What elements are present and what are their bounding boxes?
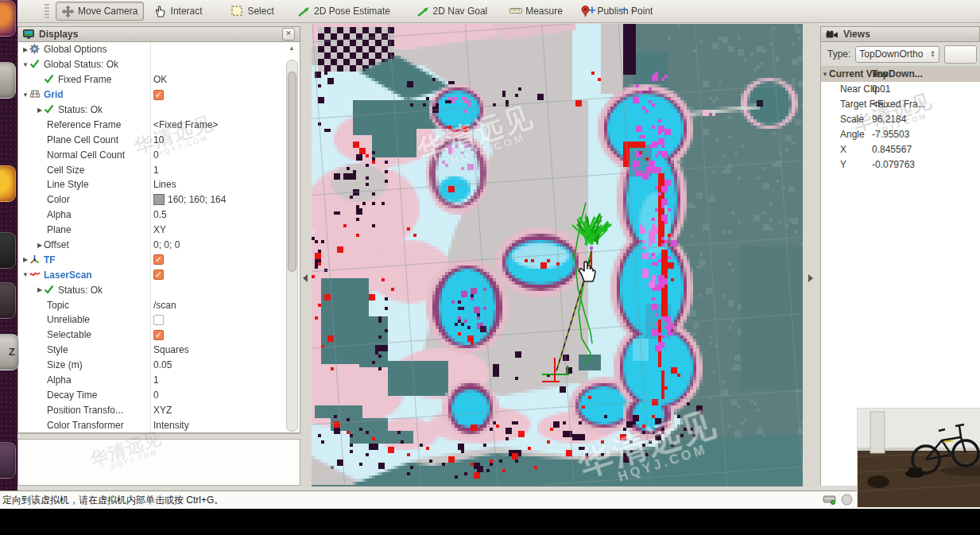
- measure-button[interactable]: Measure: [503, 2, 569, 21]
- files-icon[interactable]: [0, 62, 16, 99]
- unity-launcher[interactable]: Z: [0, 0, 17, 490]
- property-value[interactable]: 0: [153, 390, 159, 401]
- chevron-down-icon[interactable]: ▼: [21, 91, 29, 99]
- right-splitter-strip[interactable]: [803, 24, 820, 487]
- scrollbar-thumb[interactable]: [288, 72, 296, 272]
- z-app-icon[interactable]: Z: [0, 334, 19, 370]
- view-property-row[interactable]: Target Fra...<Fixed Fra...: [821, 97, 980, 112]
- view-property-value[interactable]: 0.845567: [872, 144, 912, 155]
- display-row[interactable]: Color TransformerIntensity: [18, 417, 300, 432]
- display-row[interactable]: ▶Global Options: [18, 42, 300, 57]
- checkbox-unchecked-icon[interactable]: [153, 315, 164, 325]
- property-value[interactable]: [153, 315, 164, 325]
- property-value[interactable]: XYZ: [153, 405, 172, 416]
- media-icon[interactable]: [0, 442, 16, 479]
- property-value[interactable]: XY: [153, 224, 166, 235]
- dash-icon[interactable]: [0, 0, 16, 37]
- display-row[interactable]: Alpha1: [18, 373, 300, 388]
- collapse-right-icon[interactable]: [808, 274, 813, 282]
- current-view-header[interactable]: ▼ Current View TopDown...: [821, 67, 980, 82]
- property-value[interactable]: 0: [153, 149, 159, 161]
- 2d-nav-goal-button[interactable]: 2D Nav Goal: [411, 2, 494, 21]
- display-row[interactable]: Topic/scan: [18, 297, 300, 312]
- display-row[interactable]: StyleSquares: [18, 343, 300, 358]
- editor-icon[interactable]: [0, 282, 16, 319]
- property-value[interactable]: ✓: [153, 254, 164, 265]
- property-value[interactable]: Lines: [153, 179, 176, 190]
- chevron-down-icon[interactable]: ▼: [21, 271, 29, 278]
- terminal-icon[interactable]: [0, 232, 16, 269]
- render-viewport[interactable]: [312, 24, 803, 487]
- view-type-combobox[interactable]: TopDownOrtho ▲▼: [855, 46, 939, 63]
- chevron-down-icon[interactable]: ▼: [21, 61, 29, 68]
- collapse-left-icon[interactable]: [303, 274, 308, 282]
- chevron-right-icon[interactable]: ▶: [36, 107, 44, 114]
- property-value[interactable]: 1: [153, 165, 159, 176]
- display-row[interactable]: Unreliable: [18, 312, 300, 328]
- property-value[interactable]: Squares: [153, 344, 189, 355]
- display-row[interactable]: ▶Offset0; 0; 0: [18, 238, 300, 253]
- display-row[interactable]: Position Transfo...XYZ: [18, 402, 300, 417]
- device-circle-icon[interactable]: [841, 494, 853, 508]
- checkbox-checked-icon[interactable]: ✓: [153, 269, 164, 280]
- view-property-row[interactable]: Angle-7.95503: [821, 127, 980, 142]
- property-value[interactable]: /scan: [153, 300, 176, 311]
- firefox-icon[interactable]: [0, 165, 16, 202]
- property-value[interactable]: ✓: [153, 269, 164, 280]
- move-camera-button[interactable]: Move Camera: [56, 2, 144, 21]
- property-value[interactable]: 10: [153, 134, 164, 145]
- display-row[interactable]: ▶Status: Ok: [18, 103, 300, 118]
- display-row[interactable]: ▶TF✓: [18, 252, 300, 267]
- view-property-value[interactable]: 96.2184: [872, 114, 906, 125]
- checkbox-checked-icon[interactable]: ✓: [153, 254, 164, 265]
- close-icon[interactable]: ✕: [282, 28, 295, 41]
- display-row[interactable]: Normal Cell Count0: [18, 147, 300, 162]
- property-value[interactable]: 0; 0; 0: [153, 239, 180, 250]
- view-property-value[interactable]: <Fixed Fra...: [872, 99, 926, 110]
- display-row[interactable]: PlaneXY: [18, 223, 300, 238]
- property-value[interactable]: OK: [153, 74, 167, 85]
- property-value[interactable]: ✓: [153, 90, 164, 100]
- display-row[interactable]: Line StyleLines: [18, 177, 300, 192]
- view-property-row[interactable]: X0.845567: [821, 142, 980, 157]
- add-tool-button[interactable]: +: [583, 2, 601, 19]
- display-row[interactable]: ▼Global Status: Ok: [18, 57, 300, 72]
- view-property-value[interactable]: 0.01: [872, 83, 890, 95]
- display-row[interactable]: Reference Frame<Fixed Frame>: [18, 117, 300, 132]
- display-row[interactable]: ▶Status: Ok: [18, 282, 300, 297]
- spinner-arrows-icon[interactable]: ▲▼: [931, 50, 935, 58]
- property-value[interactable]: Intensity: [153, 420, 189, 431]
- toolbar-grip[interactable]: [45, 4, 49, 18]
- color-swatch[interactable]: [153, 194, 165, 205]
- display-row[interactable]: Size (m)0.05: [18, 358, 300, 373]
- views-extra-button[interactable]: [944, 45, 978, 64]
- display-row[interactable]: Fixed FrameOK: [18, 72, 300, 87]
- chevron-right-icon[interactable]: ▶: [21, 46, 29, 53]
- chevron-down-icon[interactable]: ▼: [821, 71, 829, 78]
- view-property-row[interactable]: Y-0.079763: [821, 157, 980, 172]
- checkbox-checked-icon[interactable]: ✓: [153, 330, 164, 340]
- displays-scrollbar[interactable]: ▲ ▼: [286, 60, 298, 432]
- display-row[interactable]: Decay Time0: [18, 387, 300, 402]
- 2d-pose-estimate-button[interactable]: 2D Pose Estimate: [292, 2, 397, 21]
- display-row[interactable]: Alpha0.5: [18, 207, 300, 223]
- disk-device-icon[interactable]: [823, 494, 836, 508]
- display-row[interactable]: ▼LaserScan✓: [18, 267, 300, 282]
- chevron-right-icon[interactable]: ▶: [36, 286, 44, 293]
- display-row[interactable]: ▼Grid✓: [18, 87, 300, 103]
- select-button[interactable]: Select: [225, 2, 280, 21]
- property-value[interactable]: 0.5: [153, 209, 167, 220]
- property-value[interactable]: 0.05: [153, 359, 172, 370]
- property-value[interactable]: 160; 160; 164: [153, 194, 226, 205]
- left-splitter-strip[interactable]: [300, 24, 312, 487]
- property-value[interactable]: <Fixed Frame>: [153, 119, 218, 130]
- view-property-value[interactable]: -0.079763: [872, 159, 915, 170]
- property-value[interactable]: ✓: [153, 330, 164, 340]
- checkbox-checked-icon[interactable]: ✓: [153, 90, 164, 100]
- views-panel-title[interactable]: Views: [820, 26, 980, 42]
- displays-panel-title[interactable]: Displays ✕: [17, 26, 300, 42]
- interact-button[interactable]: Interact: [149, 2, 209, 21]
- display-row[interactable]: Plane Cell Count10: [18, 132, 300, 147]
- remove-tool-button[interactable]: − ▾: [615, 2, 639, 19]
- view-property-row[interactable]: Near Clip ...0.01: [821, 82, 980, 97]
